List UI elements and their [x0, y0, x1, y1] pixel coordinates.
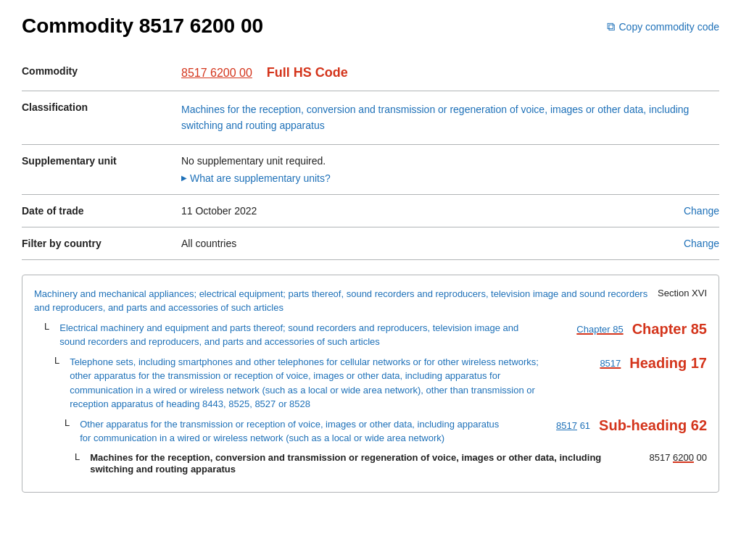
level2-marker: L	[54, 355, 59, 366]
country-row: Filter by country All countries Change	[22, 227, 719, 259]
final-code-part2: 6200	[673, 452, 694, 463]
hierarchy-box: Machinery and mechanical appliances; ele…	[22, 275, 719, 493]
classification-label: Classification	[22, 91, 181, 145]
hierarchy-level1-code[interactable]: Chapter 85	[551, 324, 624, 335]
supplementary-text: No supplementary unit required.	[181, 155, 719, 167]
commodity-code[interactable]: 8517 6200 00	[181, 67, 252, 79]
commodity-row: Commodity 8517 6200 00 Full HS Code	[22, 55, 719, 91]
country-value-cell: All countries Change	[181, 227, 719, 259]
hierarchy-level2-link[interactable]: Telephone sets, including smartphones an…	[70, 356, 539, 410]
supplementary-row: Supplementary unit No supplementary unit…	[22, 144, 719, 194]
date-change-link[interactable]: Change	[684, 205, 719, 217]
commodity-label: Commodity	[22, 55, 181, 91]
date-value-cell: 11 October 2022 Change	[181, 194, 719, 227]
hierarchy-level0-code: Section XVI	[658, 288, 707, 298]
hierarchy-level1: L Electrical machinery and equipment and…	[44, 321, 707, 349]
hierarchy-level2: L Telephone sets, including smartphones …	[54, 355, 707, 411]
classification-value: Machines for the reception, conversion a…	[181, 91, 719, 145]
country-change-link[interactable]: Change	[684, 238, 719, 249]
hierarchy-level2-code[interactable]: 8517	[548, 358, 621, 369]
hs-code-label: Full HS Code	[267, 65, 348, 80]
subheading62-annotation: Sub-heading 62	[599, 417, 707, 434]
hierarchy-level3-link[interactable]: Other apparatus for the transmission or …	[80, 419, 499, 444]
level3-code-part1: 8517	[556, 420, 577, 431]
supplementary-link-label: What are supplementary units?	[190, 172, 331, 184]
classification-text: Machines for the reception, conversion a…	[181, 104, 689, 131]
commodity-value-cell: 8517 6200 00 Full HS Code	[181, 55, 719, 91]
hierarchy-level4-text: Machines for the reception, conversion a…	[90, 452, 601, 475]
final-code-part3: 00	[697, 452, 707, 463]
classification-row: Classification Machines for the receptio…	[22, 91, 719, 145]
hierarchy-level4: L Machines for the reception, conversion…	[75, 451, 707, 475]
date-value: 11 October 2022	[181, 205, 257, 217]
triangle-icon: ▶	[181, 174, 187, 182]
page-title: Commodity 8517 6200 00	[22, 14, 263, 38]
hierarchy-level4-code: 8517 6200 00	[649, 452, 707, 463]
supplementary-label: Supplementary unit	[22, 144, 181, 194]
level4-marker: L	[75, 451, 80, 462]
hierarchy-level1-link[interactable]: Electrical machinery and equipment and p…	[59, 322, 518, 348]
copy-icon: ⧉	[607, 20, 615, 33]
supplementary-value-cell: No supplementary unit required. ▶ What a…	[181, 144, 719, 194]
hierarchy-level0: Machinery and mechanical appliances; ele…	[34, 287, 707, 315]
country-label: Filter by country	[22, 227, 181, 259]
final-code-part1: 8517	[649, 452, 670, 463]
info-table: Commodity 8517 6200 00 Full HS Code Clas…	[22, 55, 719, 260]
level1-marker: L	[44, 321, 49, 332]
chapter85-annotation: Chapter 85	[632, 321, 707, 338]
copy-commodity-link[interactable]: ⧉ Copy commodity code	[607, 20, 719, 33]
copy-link-label: Copy commodity code	[618, 21, 719, 33]
hierarchy-level0-link[interactable]: Machinery and mechanical appliances; ele…	[34, 288, 647, 314]
date-label: Date of trade	[22, 194, 181, 227]
level3-code-part2: 61	[580, 420, 590, 431]
level3-marker: L	[65, 417, 70, 428]
supplementary-link[interactable]: ▶ What are supplementary units?	[181, 172, 331, 184]
hierarchy-level3-code: 8517 61	[518, 420, 590, 431]
country-value: All countries	[181, 238, 236, 249]
hierarchy-level3: L Other apparatus for the transmission o…	[65, 417, 707, 446]
heading17-annotation: Heading 17	[629, 355, 707, 372]
date-row: Date of trade 11 October 2022 Change	[22, 194, 719, 227]
